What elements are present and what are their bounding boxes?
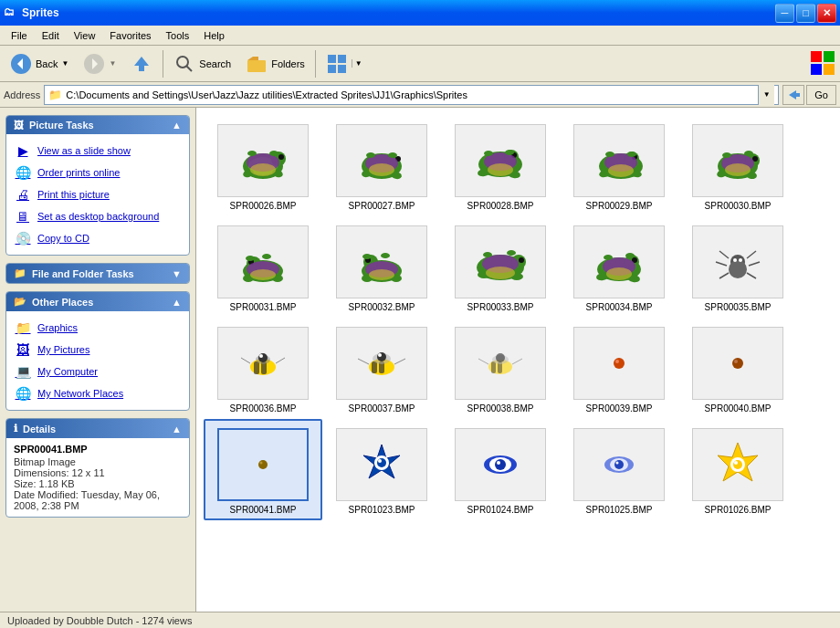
menu-view[interactable]: View — [67, 28, 103, 43]
svg-rect-127 — [491, 361, 496, 373]
addressbar: Address 📁 C:\Documents and Settings\User… — [0, 82, 840, 108]
thumbnail-spr01023 — [336, 428, 427, 501]
menu-file[interactable]: File — [4, 28, 35, 43]
other-places-body: 📁 Graphics 🖼 My Pictures 💻 My Computer 🌐… — [6, 311, 189, 410]
file-item-spr00038[interactable]: SPR00038.BMP — [441, 318, 560, 419]
svg-point-153 — [733, 460, 742, 469]
file-item-spr00032[interactable]: SPR00032.BMP — [322, 216, 441, 318]
svg-rect-14 — [824, 51, 835, 62]
svg-line-116 — [241, 358, 250, 363]
copy-cd-item[interactable]: 💿 Copy to CD — [10, 227, 185, 249]
details-collapse[interactable]: ▲ — [172, 424, 182, 434]
slideshow-item[interactable]: ▶ View as a slide show — [10, 140, 185, 162]
detail-filename: SPR00041.BMP — [14, 444, 182, 455]
close-button[interactable]: ✕ — [817, 4, 836, 23]
copy-cd-icon: 💿 — [14, 229, 32, 247]
file-item-spr01025[interactable]: SPR01025.BMP — [560, 419, 678, 520]
svg-point-79 — [362, 254, 372, 259]
file-item-spr01026[interactable]: SPR01026.BMP — [678, 419, 797, 520]
detail-type: Bitmap Image — [14, 456, 182, 467]
search-button[interactable]: Search — [167, 49, 237, 78]
file-item-spr00040[interactable]: SPR00040.BMP — [678, 318, 797, 419]
folders-button[interactable]: Folders — [239, 49, 311, 78]
network-places-item[interactable]: 🌐 My Network Places — [10, 382, 185, 404]
up-button[interactable] — [124, 49, 159, 78]
svg-point-123 — [378, 353, 382, 357]
file-item-spr00033[interactable]: SPR00033.BMP — [441, 216, 560, 318]
svg-line-124 — [358, 359, 369, 364]
views-button[interactable]: ▼ — [320, 49, 369, 78]
menu-edit[interactable]: Edit — [35, 28, 67, 43]
file-item-spr00030[interactable]: SPR00030.BMP — [678, 115, 797, 216]
file-item-spr00027[interactable]: SPR00027.BMP — [322, 115, 441, 216]
file-item-spr00039[interactable]: SPR00039.BMP — [560, 318, 678, 419]
file-item-spr00036[interactable]: SPR00036.BMP — [204, 318, 322, 419]
picture-tasks-title: Picture Tasks — [29, 120, 94, 131]
file-item-spr01024[interactable]: SPR01024.BMP — [441, 419, 560, 520]
svg-point-53 — [627, 152, 636, 157]
file-item-spr00034[interactable]: SPR00034.BMP — [560, 216, 678, 318]
svg-line-106 — [716, 262, 727, 266]
file-label-spr00027: SPR00027.BMP — [349, 201, 415, 211]
address-bar-input[interactable]: 📁 C:\Documents and Settings\User\Jazz\Ja… — [44, 85, 779, 105]
file-item-spr00028[interactable]: SPR00028.BMP — [441, 115, 560, 216]
file-folder-collapse[interactable]: ▼ — [172, 268, 182, 279]
desktop-bg-item[interactable]: 🖥 Set as desktop background — [10, 205, 185, 227]
thumbnail-grid: SPR00026.BMP SPR0002 — [204, 115, 833, 520]
menu-tools[interactable]: Tools — [159, 28, 197, 43]
other-places-header[interactable]: 📂 Other Places ▲ — [6, 292, 189, 311]
my-computer-label: My Computer — [37, 366, 98, 377]
menu-help[interactable]: Help — [196, 28, 232, 43]
picture-tasks-icon: 🖼 — [14, 120, 24, 131]
back-button[interactable]: Back ▼ — [4, 49, 75, 78]
svg-point-146 — [497, 461, 500, 465]
svg-line-117 — [276, 358, 285, 363]
svg-point-154 — [734, 461, 738, 465]
menu-favorites[interactable]: Favorites — [102, 28, 158, 43]
file-area[interactable]: SPR00026.BMP SPR0002 — [196, 108, 840, 612]
other-places-collapse[interactable]: ▲ — [172, 297, 182, 308]
order-prints-item[interactable]: 🌐 Order prints online — [10, 162, 185, 183]
file-label-spr00031: SPR00031.BMP — [230, 302, 297, 312]
address-go-arrow[interactable] — [782, 85, 804, 105]
minimize-button[interactable]: ─ — [775, 4, 794, 23]
maximize-button[interactable]: □ — [796, 4, 815, 23]
go-button[interactable]: Go — [806, 85, 836, 105]
file-item-spr00029[interactable]: SPR00029.BMP — [560, 115, 678, 216]
svg-point-133 — [614, 358, 625, 369]
detail-size: Size: 1.18 KB — [14, 478, 182, 489]
thumbnail-spr00036 — [217, 327, 309, 400]
address-dropdown[interactable]: ▼ — [758, 85, 774, 105]
graphics-item[interactable]: 📁 Graphics — [10, 317, 185, 339]
file-folder-tasks-header[interactable]: 📁 File and Folder Tasks ▼ — [6, 264, 189, 283]
file-item-spr00037[interactable]: SPR00037.BMP — [322, 318, 441, 419]
back-dropdown[interactable]: ▼ — [61, 59, 68, 68]
details-header[interactable]: ℹ Details ▲ — [6, 419, 189, 438]
menubar: File Edit View Favorites Tools Help — [0, 26, 840, 46]
my-computer-item[interactable]: 💻 My Computer — [10, 361, 185, 382]
print-item[interactable]: 🖨 Print this picture — [10, 183, 185, 205]
file-item-spr00035[interactable]: SPR00035.BMP — [678, 216, 797, 318]
forward-button[interactable]: ▼ — [77, 49, 122, 78]
svg-point-90 — [486, 267, 515, 279]
file-item-spr00026[interactable]: SPR00026.BMP — [204, 115, 322, 216]
picture-tasks-header[interactable]: 🖼 Picture Tasks ▲ — [6, 116, 189, 134]
up-icon — [131, 53, 152, 75]
svg-marker-17 — [789, 90, 800, 99]
forward-dropdown[interactable]: ▼ — [109, 59, 116, 68]
svg-point-81 — [369, 269, 394, 280]
status-text: Uploaded by Doubble Dutch - 1274 views — [7, 615, 192, 626]
svg-point-63 — [725, 163, 751, 176]
my-pictures-item[interactable]: 🖼 My Pictures — [10, 339, 185, 361]
forward-icon — [83, 53, 105, 75]
file-label-spr00041: SPR00041.BMP — [230, 505, 297, 515]
svg-point-134 — [615, 360, 619, 363]
file-item-spr00041[interactable]: SPR00041.BMP — [204, 419, 322, 520]
file-label-spr00038: SPR00038.BMP — [467, 403, 534, 413]
svg-point-150 — [616, 462, 619, 465]
views-dropdown[interactable]: ▼ — [352, 59, 362, 68]
search-label: Search — [199, 58, 231, 69]
picture-tasks-collapse[interactable]: ▲ — [172, 120, 182, 131]
file-item-spr00031[interactable]: SPR00031.BMP — [204, 216, 322, 318]
file-item-spr01023[interactable]: SPR01023.BMP — [322, 419, 441, 520]
